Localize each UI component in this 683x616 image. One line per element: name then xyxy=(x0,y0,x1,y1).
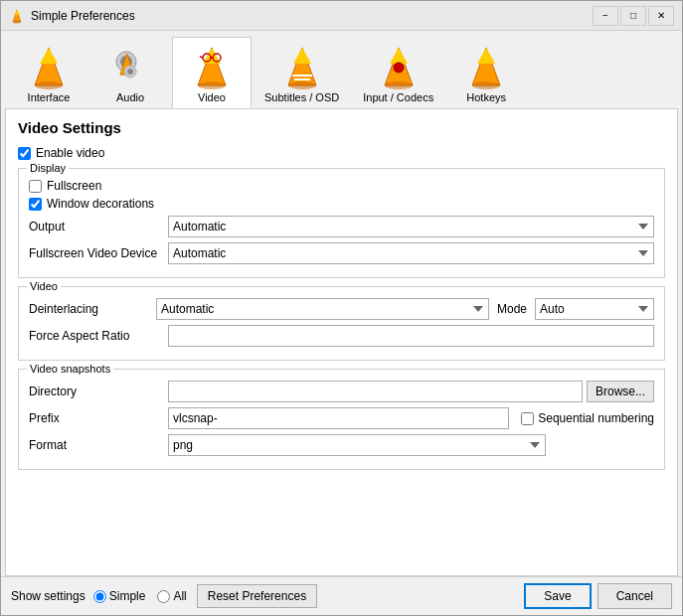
close-button[interactable]: ✕ xyxy=(648,6,674,26)
svg-marker-4 xyxy=(40,48,58,64)
svg-marker-19 xyxy=(293,48,311,64)
cancel-button[interactable]: Cancel xyxy=(598,583,672,609)
snapshots-section-label: Video snapshots xyxy=(27,363,113,375)
svg-point-10 xyxy=(127,69,133,75)
snapshots-section: Video snapshots Directory Browse... Pref… xyxy=(18,369,665,470)
prefix-label: Prefix xyxy=(29,411,168,425)
window-title: Simple Preferences xyxy=(31,9,593,23)
fullscreen-device-label: Fullscreen Video Device xyxy=(29,246,168,260)
page-title: Video Settings xyxy=(18,119,665,136)
video-section-label: Video xyxy=(27,280,61,292)
window-decorations-label: Window decorations xyxy=(47,197,154,211)
app-icon xyxy=(9,8,25,24)
aspect-ratio-row: Force Aspect Ratio xyxy=(29,325,654,347)
display-section: Display Fullscreen Window decorations Ou… xyxy=(18,168,665,278)
tab-video-label: Video xyxy=(198,91,226,103)
fullscreen-device-select[interactable]: Automatic xyxy=(168,242,654,264)
tab-interface-label: Interface xyxy=(28,91,71,103)
window-controls: − □ ✕ xyxy=(593,6,674,26)
tab-input-label: Input / Codecs xyxy=(363,91,433,103)
sequential-numbering-label: Sequential numbering xyxy=(538,411,654,425)
fullscreen-checkbox[interactable] xyxy=(29,180,42,193)
enable-video-label: Enable video xyxy=(36,146,104,160)
mode-select[interactable]: Auto xyxy=(535,298,654,320)
svg-marker-1 xyxy=(14,10,20,15)
minimize-button[interactable]: − xyxy=(593,6,618,26)
svg-point-5 xyxy=(35,81,63,89)
content-area: Video Settings Enable video Display Full… xyxy=(5,108,678,576)
fullscreen-label: Fullscreen xyxy=(47,179,101,193)
tab-subtitles[interactable]: Subtitles / OSD xyxy=(254,37,350,108)
output-label: Output xyxy=(29,220,168,233)
output-select[interactable]: Automatic xyxy=(168,216,654,237)
bottom-bar: Show settings Simple All Reset Preferenc… xyxy=(1,576,682,615)
svg-marker-28 xyxy=(477,48,495,64)
format-row: Format png jpg tiff xyxy=(29,434,654,456)
output-row: Output Automatic xyxy=(29,216,654,237)
aspect-ratio-label: Force Aspect Ratio xyxy=(29,329,168,343)
audio-icon xyxy=(106,44,154,91)
simple-radio[interactable] xyxy=(93,590,106,603)
svg-point-13 xyxy=(198,81,226,89)
sequential-numbering-checkbox[interactable] xyxy=(521,412,534,425)
fullscreen-device-row: Fullscreen Video Device Automatic xyxy=(29,242,654,264)
video-section: Video Deinterlacing Automatic Mode Auto … xyxy=(18,286,665,361)
prefix-row: Prefix Sequential numbering xyxy=(29,407,654,429)
tab-audio-label: Audio xyxy=(116,91,144,103)
all-radio-item: All xyxy=(157,589,186,603)
display-section-label: Display xyxy=(27,162,69,174)
show-settings-label: Show settings xyxy=(11,589,85,603)
fullscreen-row: Fullscreen xyxy=(29,179,654,193)
format-label: Format xyxy=(29,438,168,452)
simple-radio-label: Simple xyxy=(109,589,146,603)
mode-label: Mode xyxy=(497,302,527,316)
reset-preferences-button[interactable]: Reset Preferences xyxy=(197,584,317,608)
tab-audio[interactable]: Audio xyxy=(90,37,170,108)
window-decorations-checkbox[interactable] xyxy=(29,198,42,211)
directory-row: Directory Browse... xyxy=(29,381,654,402)
browse-button[interactable]: Browse... xyxy=(587,381,654,402)
svg-point-25 xyxy=(385,81,413,89)
input-icon xyxy=(375,44,423,91)
interface-icon xyxy=(25,44,73,91)
deinterlacing-label: Deinterlacing xyxy=(29,302,148,316)
simple-radio-item: Simple xyxy=(93,589,146,603)
enable-video-checkbox[interactable] xyxy=(18,147,31,160)
tab-video[interactable]: Video xyxy=(172,37,252,108)
directory-label: Directory xyxy=(29,385,168,398)
svg-point-26 xyxy=(394,63,404,73)
deinterlacing-row: Deinterlacing Automatic Mode Auto xyxy=(29,298,654,320)
tab-hotkeys-label: Hotkeys xyxy=(466,91,506,103)
video-icon xyxy=(188,44,236,91)
svg-point-20 xyxy=(288,81,316,89)
format-select[interactable]: png jpg tiff xyxy=(168,434,546,456)
title-bar: Simple Preferences − □ ✕ xyxy=(1,1,682,31)
enable-video-row: Enable video xyxy=(18,146,665,160)
main-window: Simple Preferences − □ ✕ Interface xyxy=(0,0,683,616)
directory-input[interactable] xyxy=(168,381,583,402)
svg-marker-24 xyxy=(390,48,408,64)
tab-input[interactable]: Input / Codecs xyxy=(352,37,444,108)
maximize-button[interactable]: □ xyxy=(620,6,646,26)
svg-point-29 xyxy=(472,81,500,89)
svg-point-2 xyxy=(13,20,21,23)
prefix-input[interactable] xyxy=(168,407,509,429)
aspect-ratio-input[interactable] xyxy=(168,325,654,347)
window-decorations-row: Window decorations xyxy=(29,197,654,211)
all-radio[interactable] xyxy=(157,590,170,603)
subtitles-icon xyxy=(278,44,326,91)
all-radio-label: All xyxy=(173,589,186,603)
radio-group: Simple All xyxy=(93,589,187,603)
deinterlacing-select[interactable]: Automatic xyxy=(156,298,489,320)
nav-tabs: Interface Audio xyxy=(1,31,682,108)
tab-interface[interactable]: Interface xyxy=(9,37,88,108)
tab-subtitles-label: Subtitles / OSD xyxy=(264,91,339,103)
tab-hotkeys[interactable]: Hotkeys xyxy=(446,37,526,108)
svg-line-17 xyxy=(200,57,203,58)
hotkeys-icon xyxy=(462,44,510,91)
save-button[interactable]: Save xyxy=(524,583,591,609)
